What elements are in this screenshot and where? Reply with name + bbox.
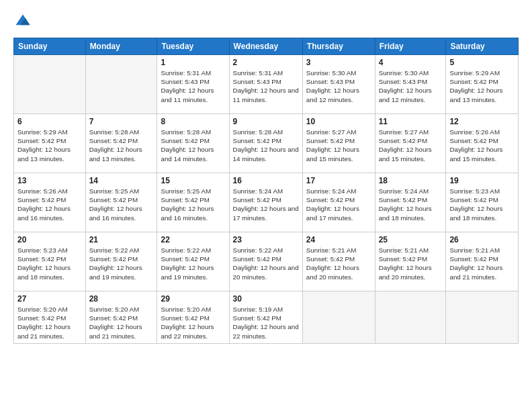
calendar-cell: 4Sunrise: 5:30 AMSunset: 5:43 PMDaylight… [375, 55, 446, 114]
day-info: Sunrise: 5:27 AMSunset: 5:42 PMDaylight:… [306, 128, 371, 163]
day-number: 23 [233, 235, 299, 244]
calendar-week-row: 13Sunrise: 5:26 AMSunset: 5:42 PMDayligh… [14, 173, 519, 232]
logo [13, 12, 35, 31]
day-number: 10 [306, 117, 371, 126]
day-info: Sunrise: 5:24 AMSunset: 5:42 PMDaylight:… [233, 187, 299, 222]
day-info: Sunrise: 5:21 AMSunset: 5:42 PMDaylight:… [306, 246, 371, 281]
day-number: 27 [17, 294, 82, 304]
calendar-cell: 8Sunrise: 5:28 AMSunset: 5:42 PMDaylight… [157, 114, 229, 173]
calendar-week-row: 1Sunrise: 5:31 AMSunset: 5:43 PMDaylight… [14, 55, 519, 114]
calendar-week-row: 6Sunrise: 5:29 AMSunset: 5:42 PMDaylight… [14, 114, 519, 173]
day-info: Sunrise: 5:23 AMSunset: 5:42 PMDaylight:… [449, 187, 515, 222]
weekday-header: Monday [85, 38, 157, 55]
calendar-cell: 22Sunrise: 5:22 AMSunset: 5:42 PMDayligh… [157, 232, 229, 291]
day-info: Sunrise: 5:31 AMSunset: 5:43 PMDaylight:… [161, 68, 225, 104]
weekday-header: Tuesday [157, 38, 229, 55]
day-number: 21 [89, 235, 154, 244]
day-number: 12 [449, 117, 515, 126]
day-info: Sunrise: 5:20 AMSunset: 5:42 PMDaylight:… [161, 305, 225, 340]
logo-icon [13, 12, 32, 31]
weekday-header: Sunday [14, 38, 86, 55]
day-number: 4 [379, 58, 443, 67]
calendar-table: SundayMondayTuesdayWednesdayThursdayFrid… [13, 38, 519, 344]
day-number: 15 [161, 176, 225, 185]
day-number: 2 [233, 58, 299, 67]
day-info: Sunrise: 5:29 AMSunset: 5:42 PMDaylight:… [17, 128, 82, 163]
calendar-cell: 7Sunrise: 5:28 AMSunset: 5:42 PMDaylight… [85, 114, 157, 173]
day-info: Sunrise: 5:28 AMSunset: 5:42 PMDaylight:… [233, 128, 299, 163]
calendar-cell: 1Sunrise: 5:31 AMSunset: 5:43 PMDaylight… [157, 55, 229, 114]
weekday-header: Saturday [446, 38, 519, 55]
day-number: 22 [161, 235, 225, 244]
day-info: Sunrise: 5:20 AMSunset: 5:42 PMDaylight:… [89, 305, 154, 340]
weekday-header-row: SundayMondayTuesdayWednesdayThursdayFrid… [14, 38, 519, 55]
day-number: 26 [449, 235, 515, 244]
day-number: 19 [449, 176, 515, 185]
day-number: 18 [379, 176, 443, 185]
day-number: 16 [233, 176, 299, 185]
day-info: Sunrise: 5:20 AMSunset: 5:42 PMDaylight:… [17, 305, 82, 340]
day-info: Sunrise: 5:29 AMSunset: 5:42 PMDaylight:… [449, 68, 515, 104]
day-number: 17 [306, 176, 371, 185]
weekday-header: Friday [375, 38, 446, 55]
day-info: Sunrise: 5:19 AMSunset: 5:42 PMDaylight:… [233, 305, 299, 340]
calendar-cell: 3Sunrise: 5:30 AMSunset: 5:43 PMDaylight… [302, 55, 375, 114]
calendar-cell [14, 55, 86, 114]
calendar-cell: 29Sunrise: 5:20 AMSunset: 5:42 PMDayligh… [157, 291, 229, 344]
day-number: 5 [449, 58, 515, 67]
weekday-header: Wednesday [229, 38, 302, 55]
calendar-cell: 25Sunrise: 5:21 AMSunset: 5:42 PMDayligh… [375, 232, 446, 291]
day-info: Sunrise: 5:28 AMSunset: 5:42 PMDaylight:… [89, 128, 154, 163]
calendar-cell: 13Sunrise: 5:26 AMSunset: 5:42 PMDayligh… [14, 173, 86, 232]
weekday-header: Thursday [302, 38, 375, 55]
calendar-cell: 26Sunrise: 5:21 AMSunset: 5:42 PMDayligh… [446, 232, 519, 291]
day-number: 25 [379, 235, 443, 244]
day-info: Sunrise: 5:22 AMSunset: 5:42 PMDaylight:… [161, 246, 225, 281]
day-number: 28 [89, 294, 154, 304]
day-info: Sunrise: 5:21 AMSunset: 5:42 PMDaylight:… [379, 246, 443, 281]
day-info: Sunrise: 5:31 AMSunset: 5:43 PMDaylight:… [233, 68, 299, 104]
header [13, 12, 519, 31]
day-number: 11 [379, 117, 443, 126]
day-info: Sunrise: 5:23 AMSunset: 5:42 PMDaylight:… [17, 246, 82, 281]
day-number: 9 [233, 117, 299, 126]
calendar-cell [85, 55, 157, 114]
calendar-cell: 20Sunrise: 5:23 AMSunset: 5:42 PMDayligh… [14, 232, 86, 291]
day-number: 3 [306, 58, 371, 67]
day-info: Sunrise: 5:22 AMSunset: 5:42 PMDaylight:… [89, 246, 154, 281]
day-info: Sunrise: 5:22 AMSunset: 5:42 PMDaylight:… [233, 246, 299, 281]
calendar-cell: 19Sunrise: 5:23 AMSunset: 5:42 PMDayligh… [446, 173, 519, 232]
day-info: Sunrise: 5:24 AMSunset: 5:42 PMDaylight:… [379, 187, 443, 222]
calendar-cell: 6Sunrise: 5:29 AMSunset: 5:42 PMDaylight… [14, 114, 86, 173]
calendar-cell: 5Sunrise: 5:29 AMSunset: 5:42 PMDaylight… [446, 55, 519, 114]
day-info: Sunrise: 5:25 AMSunset: 5:42 PMDaylight:… [89, 187, 154, 222]
day-number: 20 [17, 235, 82, 244]
calendar-cell: 15Sunrise: 5:25 AMSunset: 5:42 PMDayligh… [157, 173, 229, 232]
day-info: Sunrise: 5:21 AMSunset: 5:42 PMDaylight:… [449, 246, 515, 281]
day-number: 8 [161, 117, 225, 126]
day-info: Sunrise: 5:30 AMSunset: 5:43 PMDaylight:… [306, 68, 371, 104]
calendar-cell: 17Sunrise: 5:24 AMSunset: 5:42 PMDayligh… [302, 173, 375, 232]
calendar-cell: 27Sunrise: 5:20 AMSunset: 5:42 PMDayligh… [14, 291, 86, 344]
calendar-cell: 24Sunrise: 5:21 AMSunset: 5:42 PMDayligh… [302, 232, 375, 291]
calendar-week-row: 27Sunrise: 5:20 AMSunset: 5:42 PMDayligh… [14, 291, 519, 344]
day-number: 7 [89, 117, 154, 126]
calendar-cell: 11Sunrise: 5:27 AMSunset: 5:42 PMDayligh… [375, 114, 446, 173]
calendar-cell: 14Sunrise: 5:25 AMSunset: 5:42 PMDayligh… [85, 173, 157, 232]
calendar-cell [375, 291, 446, 344]
calendar-cell: 28Sunrise: 5:20 AMSunset: 5:42 PMDayligh… [85, 291, 157, 344]
day-info: Sunrise: 5:30 AMSunset: 5:43 PMDaylight:… [379, 68, 443, 104]
calendar-cell: 23Sunrise: 5:22 AMSunset: 5:42 PMDayligh… [229, 232, 302, 291]
day-info: Sunrise: 5:25 AMSunset: 5:42 PMDaylight:… [161, 187, 225, 222]
calendar-cell: 9Sunrise: 5:28 AMSunset: 5:42 PMDaylight… [229, 114, 302, 173]
page: SundayMondayTuesdayWednesdayThursdayFrid… [0, 0, 532, 411]
calendar-cell: 30Sunrise: 5:19 AMSunset: 5:42 PMDayligh… [229, 291, 302, 344]
day-number: 24 [306, 235, 371, 244]
calendar-cell: 10Sunrise: 5:27 AMSunset: 5:42 PMDayligh… [302, 114, 375, 173]
day-number: 29 [161, 294, 225, 304]
day-number: 14 [89, 176, 154, 185]
day-number: 6 [17, 117, 82, 126]
day-info: Sunrise: 5:24 AMSunset: 5:42 PMDaylight:… [306, 187, 371, 222]
calendar-cell: 2Sunrise: 5:31 AMSunset: 5:43 PMDaylight… [229, 55, 302, 114]
calendar-cell: 12Sunrise: 5:26 AMSunset: 5:42 PMDayligh… [446, 114, 519, 173]
